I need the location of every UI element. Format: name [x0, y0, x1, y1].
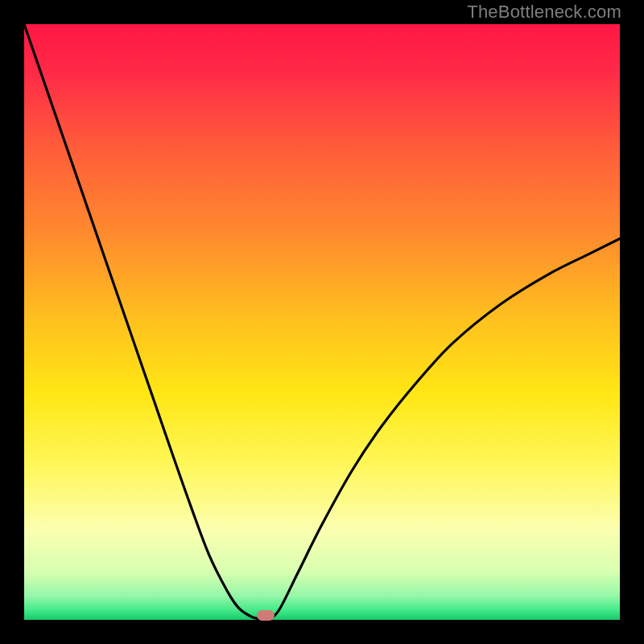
watermark-text: TheBottleneck.com: [467, 2, 621, 23]
chart-curve-layer: [24, 24, 620, 620]
optimum-marker: [257, 610, 275, 621]
chart-frame: [24, 24, 620, 620]
bottleneck-curve: [24, 24, 620, 619]
